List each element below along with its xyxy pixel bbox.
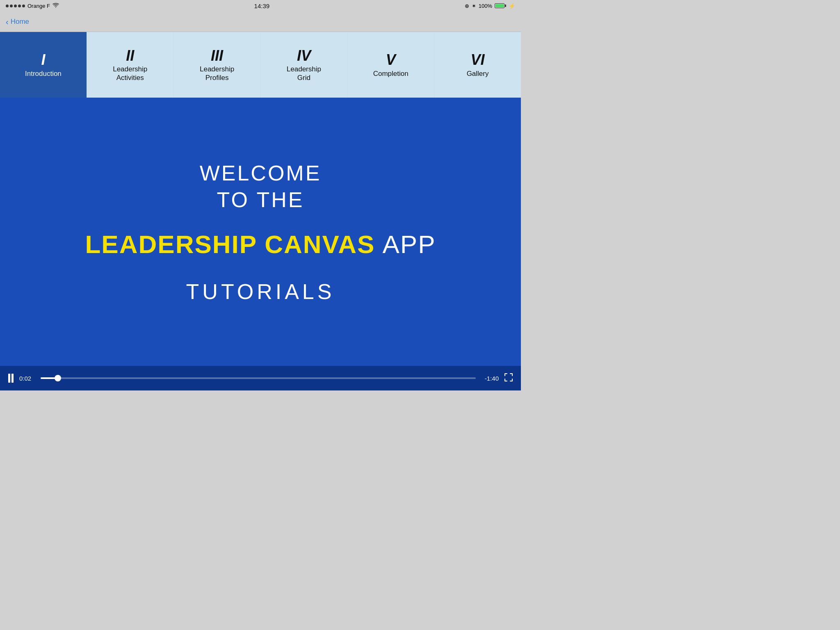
tutorials-text: TUTORIALS — [186, 279, 335, 304]
progress-bar[interactable] — [41, 377, 476, 379]
tab-numeral-2: II — [126, 48, 134, 64]
tabs-container: I Introduction II LeadershipActivities I… — [0, 32, 521, 98]
carrier-label: Orange F — [27, 3, 50, 9]
back-label: Home — [11, 18, 29, 26]
signal-dots — [6, 5, 25, 7]
tab-numeral-4: IV — [297, 48, 311, 64]
tab-label-2: LeadershipActivities — [113, 65, 147, 82]
video-controls: 0:02 -1:40 — [0, 366, 521, 390]
signal-dot-2 — [10, 5, 13, 7]
signal-dot-1 — [6, 5, 9, 7]
tab-label-4: LeadershipGrid — [287, 65, 321, 82]
app-name-suffix: APP — [382, 230, 436, 259]
signal-dot-4 — [18, 5, 21, 7]
pause-button[interactable] — [8, 374, 14, 383]
fullscreen-icon — [504, 373, 513, 381]
app-name-line: LEADERSHIP CANVAS APP — [85, 230, 436, 259]
tab-leadership-profiles[interactable]: III LeadershipProfiles — [174, 32, 261, 98]
status-right: ⊕ ✶ 100% ⚡ — [465, 3, 515, 9]
bluetooth-icon: ✶ — [472, 3, 476, 9]
pause-bar-right — [11, 374, 14, 383]
tab-leadership-activities[interactable]: II LeadershipActivities — [87, 32, 174, 98]
signal-dot-5 — [22, 5, 25, 7]
status-left: Orange F — [6, 3, 59, 9]
signal-dot-3 — [14, 5, 17, 7]
tab-numeral-1: I — [41, 52, 45, 68]
welcome-text: WELCOME TO THE — [200, 160, 322, 213]
wifi-icon — [52, 3, 59, 9]
charging-icon: ⚡ — [509, 3, 515, 9]
app-name-highlight: LEADERSHIP CANVAS — [85, 230, 375, 259]
location-icon: ⊕ — [465, 3, 469, 9]
tab-numeral-5: V — [386, 52, 396, 68]
nav-bar: ‹ Home — [0, 11, 521, 32]
tab-numeral-6: VI — [471, 52, 485, 68]
battery-icon — [495, 3, 506, 8]
tab-label-3: LeadershipProfiles — [200, 65, 234, 82]
tab-gallery[interactable]: VI Gallery — [434, 32, 521, 98]
tab-label-5: Completion — [373, 70, 409, 78]
progress-thumb[interactable] — [55, 375, 61, 381]
tab-completion[interactable]: V Completion — [347, 32, 434, 98]
time-remaining: -1:40 — [482, 375, 499, 382]
battery-percent: 100% — [479, 3, 492, 9]
chevron-left-icon: ‹ — [6, 18, 9, 26]
video-container: WELCOME TO THE LEADERSHIP CANVAS APP TUT… — [0, 98, 521, 390]
current-time: 0:02 — [19, 375, 35, 382]
tab-label-1: Introduction — [25, 70, 62, 78]
pause-bar-left — [8, 374, 10, 383]
video-content: WELCOME TO THE LEADERSHIP CANVAS APP TUT… — [0, 98, 521, 366]
status-bar: Orange F 14:39 ⊕ ✶ 100% ⚡ — [0, 0, 521, 11]
tab-label-6: Gallery — [467, 70, 489, 78]
back-button[interactable]: ‹ Home — [6, 18, 29, 26]
fullscreen-button[interactable] — [504, 373, 513, 383]
tab-numeral-3: III — [211, 48, 223, 64]
status-time: 14:39 — [254, 2, 270, 9]
tab-introduction[interactable]: I Introduction — [0, 32, 87, 98]
tab-leadership-grid[interactable]: IV LeadershipGrid — [260, 32, 347, 98]
